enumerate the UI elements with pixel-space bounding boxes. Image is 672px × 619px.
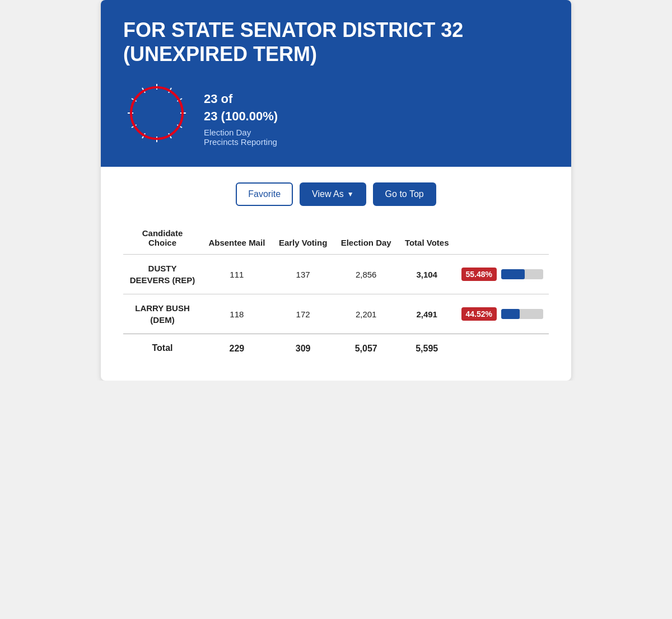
svg-point-12 bbox=[131, 87, 183, 139]
clock-icon bbox=[123, 79, 190, 147]
precinct-info: 23 of 23 (100.00%) Election Day Precinct… bbox=[204, 79, 278, 147]
pct-badge: 55.48% bbox=[461, 268, 497, 281]
absentee-votes: 118 bbox=[202, 294, 272, 334]
total-votes: 3,104 bbox=[398, 255, 456, 294]
footer-absentee: 229 bbox=[202, 334, 272, 363]
col-header-early: Early Voting bbox=[272, 224, 334, 255]
col-header-election: Election Day bbox=[334, 224, 398, 255]
go-to-top-button[interactable]: Go to Top bbox=[373, 182, 436, 206]
header: FOR STATE SENATOR DISTRICT 32 (UNEXPIRED… bbox=[101, 0, 571, 167]
bar-fill bbox=[501, 269, 525, 279]
table-row: DUSTY DEEVERS (REP) 111 137 2,856 3,104 … bbox=[123, 255, 549, 294]
clock-section: 23 of 23 (100.00%) Election Day Precinct… bbox=[123, 79, 549, 147]
footer-election: 5,057 bbox=[334, 334, 398, 363]
bar-fill bbox=[501, 309, 520, 319]
favorite-button[interactable]: Favorite bbox=[236, 182, 293, 206]
bar-cell: 44.52% bbox=[456, 294, 549, 334]
body: Favorite View As ▼ Go to Top Candidate C… bbox=[101, 167, 571, 380]
bar-background bbox=[501, 269, 543, 279]
early-votes: 137 bbox=[272, 255, 334, 294]
col-header-total: Total Votes bbox=[398, 224, 456, 255]
chevron-down-icon: ▼ bbox=[347, 190, 354, 198]
total-votes: 2,491 bbox=[398, 294, 456, 334]
early-votes: 172 bbox=[272, 294, 334, 334]
footer-label: Total bbox=[123, 334, 202, 363]
election-card: FOR STATE SENATOR DISTRICT 32 (UNEXPIRED… bbox=[101, 0, 571, 381]
bar-background bbox=[501, 309, 543, 319]
pct-badge: 44.52% bbox=[461, 307, 497, 321]
candidate-name: LARRY BUSH (DEM) bbox=[123, 294, 202, 334]
election-votes: 2,856 bbox=[334, 255, 398, 294]
col-header-absentee: Absentee Mail bbox=[202, 224, 272, 255]
table-row: LARRY BUSH (DEM) 118 172 2,201 2,491 44.… bbox=[123, 294, 549, 334]
candidate-name: DUSTY DEEVERS (REP) bbox=[123, 255, 202, 294]
footer-total: 5,595 bbox=[398, 334, 456, 363]
table-footer-row: Total 229 309 5,057 5,595 bbox=[123, 334, 549, 363]
action-bar: Favorite View As ▼ Go to Top bbox=[123, 182, 549, 206]
col-header-bar bbox=[456, 224, 549, 255]
bar-cell: 55.48% bbox=[456, 255, 549, 294]
election-title: FOR STATE SENATOR DISTRICT 32 (UNEXPIRED… bbox=[123, 18, 549, 66]
precinct-label: Election Day Precincts Reporting bbox=[204, 128, 278, 147]
view-as-button[interactable]: View As ▼ bbox=[300, 182, 366, 206]
footer-early: 309 bbox=[272, 334, 334, 363]
results-table: Candidate Choice Absentee Mail Early Vot… bbox=[123, 224, 549, 362]
col-header-candidate: Candidate Choice bbox=[123, 224, 202, 255]
election-votes: 2,201 bbox=[334, 294, 398, 334]
table-header-row: Candidate Choice Absentee Mail Early Vot… bbox=[123, 224, 549, 255]
absentee-votes: 111 bbox=[202, 255, 272, 294]
precinct-count: 23 of 23 (100.00%) bbox=[204, 91, 278, 125]
